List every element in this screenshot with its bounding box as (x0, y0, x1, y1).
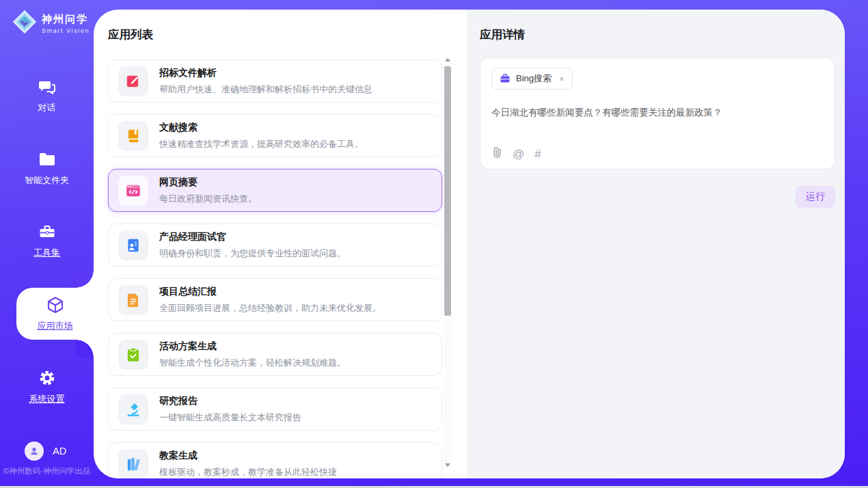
app-card-description: 智能生成个性化活动方案，轻松解决规划难题。 (159, 357, 346, 369)
app-card-icon (118, 340, 148, 370)
sidebar-nav-label: 智能文件夹 (25, 174, 69, 187)
app-card-title: 文献搜索 (159, 122, 364, 134)
sidebar-nav-item[interactable]: 应用市场 (16, 288, 94, 340)
app-card-description: 每日政府新闻资讯快查。 (159, 193, 257, 205)
edit-document-icon (125, 73, 141, 90)
book-icon (125, 128, 141, 144)
sidebar-nav-icon (38, 150, 57, 169)
brand-name: 神州问学 (42, 13, 90, 26)
briefcase-icon (500, 73, 511, 84)
scrollbar-up-arrow-icon[interactable] (445, 58, 450, 62)
app-card-description: 全面回顾项目进展，总结经验教训，助力未来优化发展。 (159, 302, 381, 314)
sidebar-nav-item[interactable]: 工具集 (0, 215, 94, 266)
app-card-icon (118, 449, 148, 479)
sidebar-nav-label: 工具集 (33, 247, 60, 259)
hash-icon[interactable]: # (534, 148, 541, 161)
app-card-description: 帮助用户快速、准确地理解和解析招标书中的关键信息 (159, 83, 372, 96)
app-detail-section: 应用详情 Bing搜索 × 今日湖北有哪些新闻要点？有哪些需要关注的最新政策？ (467, 10, 845, 478)
app-list-section: 应用列表 (94, 10, 467, 478)
report-document-icon (125, 292, 141, 308)
sidebar-nav-icon (38, 222, 57, 241)
sidebar-nav-icon (38, 368, 57, 388)
app-list-title: 应用列表 (108, 27, 467, 42)
app-card-title: 网页摘要 (159, 176, 257, 189)
mention-at-icon[interactable]: @ (513, 148, 524, 161)
toolbox-icon (38, 222, 57, 241)
app-cards: 招标文件解析 帮助用户快速、准确地理解和解析招标书中的关键信息 (108, 59, 442, 478)
app-card[interactable]: 活动方案生成 智能生成个性化活动方案，轻松解决规划难题。 (108, 333, 442, 376)
brand-subtitle: Smart Vision (42, 27, 90, 34)
app-card[interactable]: 招标文件解析 帮助用户快速、准确地理解和解析招标书中的关键信息 (108, 59, 442, 103)
app-card-description: 明确身份和职责，为您提供专业性的面试问题。 (159, 247, 346, 260)
app-card-description: 一键智能生成高质量长文本研究报告 (159, 411, 301, 424)
interviewer-icon (125, 237, 141, 254)
app-card-description: 模板驱动，教案秒成，教学准备从此轻松快捷 (159, 466, 337, 478)
tag-close-icon[interactable]: × (559, 74, 565, 84)
app-card[interactable]: 研究报告 一键智能生成高质量长文本研究报告 (108, 388, 442, 431)
app-card-icon (118, 230, 148, 260)
app-window: 神州问学 Smart Vision (0, 0, 868, 488)
query-text[interactable]: 今日湖北有哪些新闻要点？有哪些需要关注的最新政策？ (491, 107, 824, 119)
avatar (25, 442, 44, 461)
microscope-icon (125, 401, 141, 418)
user-initials: AD (53, 446, 66, 457)
app-card[interactable]: 产品经理面试官 明确身份和职责，为您提供专业性的面试问题。 (108, 223, 442, 267)
copyright-text: ©神州数码·神州问学出品 (0, 466, 94, 476)
gear-icon (38, 368, 57, 388)
app-card-icon (118, 176, 148, 206)
paperclip-icon[interactable] (492, 146, 502, 163)
browser-code-icon (125, 182, 141, 199)
app-detail-title: 应用详情 (480, 27, 835, 42)
sidebar-nav-label: 对话 (38, 102, 56, 114)
app-card-title: 研究报告 (159, 395, 301, 407)
person-icon (28, 445, 40, 457)
scrollbar-thumb[interactable] (444, 66, 451, 316)
run-button[interactable]: 运行 (796, 186, 835, 208)
gem-logo-icon (12, 10, 37, 37)
scrollbar-down-arrow-icon[interactable] (445, 463, 450, 467)
app-card-title: 项目总结汇报 (159, 286, 381, 298)
sidebar-nav-label: 系统设置 (29, 393, 65, 405)
app-card-title: 教案生成 (159, 450, 337, 462)
chat-icon (38, 77, 57, 96)
app-card[interactable]: 文献搜索 快速精准查找学术资源，提高研究效率的必备工具。 (108, 114, 442, 157)
app-card-title: 活动方案生成 (159, 340, 346, 353)
sidebar-nav-item[interactable]: 智能文件夹 (0, 143, 94, 193)
brand-logo: 神州问学 Smart Vision (12, 10, 90, 37)
user-account[interactable]: AD (25, 442, 66, 461)
run-row: 运行 (480, 186, 835, 208)
app-card-icon (118, 121, 148, 151)
app-card-icon (118, 285, 148, 315)
sidebar-nav-item[interactable]: 对话 (0, 70, 94, 121)
sidebar-nav-label: 应用市场 (38, 320, 73, 332)
app-card-icon (118, 394, 148, 424)
sidebar: 神州问学 Smart Vision (0, 0, 94, 486)
app-card-title: 产品经理面试官 (159, 231, 346, 243)
folder-icon (38, 150, 57, 169)
clipboard-check-icon (125, 347, 141, 363)
app-card-description: 快速精准查找学术资源，提高研究效率的必备工具。 (159, 138, 364, 150)
app-card-icon (118, 66, 148, 96)
main-panel: 应用列表 (94, 10, 845, 478)
cube-icon (46, 295, 65, 314)
tool-tag-bing-search[interactable]: Bing搜索 × (491, 68, 573, 90)
app-card[interactable]: 网页摘要 每日政府新闻资讯快查。 (108, 169, 442, 212)
scrollbar[interactable] (444, 56, 451, 469)
sidebar-nav-icon (46, 295, 65, 314)
prompt-input-area[interactable]: Bing搜索 × 今日湖北有哪些新闻要点？有哪些需要关注的最新政策？ @ # (480, 57, 835, 170)
app-card-title: 招标文件解析 (159, 67, 372, 79)
tool-tag-label: Bing搜索 (516, 72, 552, 85)
books-icon (125, 456, 141, 472)
attachment-toolbar: @ # (492, 146, 541, 163)
sidebar-nav-icon (38, 77, 57, 96)
sidebar-nav: 对话 (0, 70, 94, 434)
app-card[interactable]: 教案生成 模板驱动，教案秒成，教学准备从此轻松快捷 (108, 442, 442, 478)
app-card[interactable]: 项目总结汇报 全面回顾项目进展，总结经验教训，助力未来优化发展。 (108, 278, 442, 321)
sidebar-nav-item[interactable]: 系统设置 (0, 362, 94, 412)
